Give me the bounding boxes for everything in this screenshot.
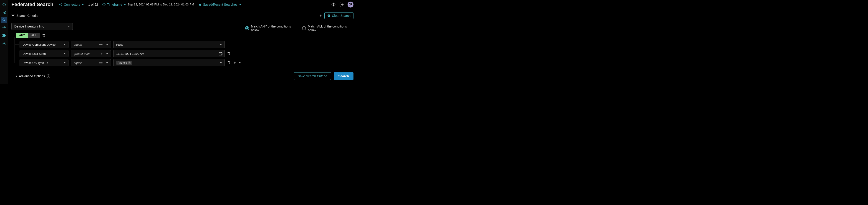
- clear-icon: [327, 14, 331, 17]
- caret-icon: [106, 62, 108, 63]
- criteria-header: Search Criteria ✦ Clear Search: [11, 12, 353, 19]
- condition-row: Device.Compliant Device equals == False: [20, 41, 241, 48]
- info-icon[interactable]: i: [46, 74, 50, 78]
- sidebar-plugin-icon[interactable]: [1, 32, 7, 39]
- share-icon: [59, 3, 63, 6]
- condition-field-dropdown[interactable]: Device.Last Seen: [20, 50, 68, 57]
- avatar[interactable]: JR: [347, 2, 353, 7]
- calendar-icon[interactable]: [219, 52, 223, 56]
- data-source-value: Device Inventory Info: [14, 25, 44, 28]
- caret-icon: [106, 53, 108, 54]
- condition-field-value: Device.Last Seen: [23, 52, 46, 56]
- match-mode-group: Match ANY of the conditions below Match …: [245, 23, 353, 32]
- svg-point-1: [4, 13, 5, 14]
- caret-icon: [68, 26, 70, 27]
- condition-field-dropdown[interactable]: Device.OS.Type ID: [20, 59, 68, 66]
- condition-field-dropdown[interactable]: Device.Compliant Device: [20, 41, 68, 48]
- sidebar-logo-icon[interactable]: [1, 1, 7, 8]
- svg-rect-16: [219, 53, 222, 55]
- condition-field-value: Device.Compliant Device: [23, 43, 56, 46]
- criteria-section-label: Search Criteria: [17, 14, 37, 18]
- operator-label: equals: [74, 43, 82, 46]
- condition-value-date[interactable]: [113, 50, 225, 57]
- condition-operator-dropdown[interactable]: equals ==: [71, 41, 111, 48]
- delete-condition-icon[interactable]: [227, 61, 231, 65]
- radio-icon: [302, 26, 306, 30]
- svg-point-0: [3, 3, 5, 6]
- advanced-options-toggle[interactable]: Advanced Options i: [16, 74, 50, 78]
- operator-label: equals: [74, 61, 82, 65]
- topbar-right: JR: [331, 2, 353, 7]
- chevron-right-icon: [16, 75, 17, 77]
- clear-search-label: Clear Search: [332, 14, 350, 18]
- add-condition-icon[interactable]: [233, 61, 237, 65]
- condition-field-value: Device.OS.Type ID: [23, 61, 48, 65]
- advanced-options-label: Advanced Options: [19, 74, 45, 78]
- timeframe-label: Timeframe: [107, 3, 122, 6]
- condition-row: Device.OS.Type ID equals == Android: [20, 59, 241, 66]
- svg-rect-17: [221, 54, 222, 55]
- caret-icon: [220, 62, 222, 63]
- clear-search-button[interactable]: Clear Search: [324, 12, 353, 19]
- condition-date-input[interactable]: [116, 52, 217, 56]
- delete-condition-icon[interactable]: [227, 52, 231, 56]
- logout-icon[interactable]: [339, 2, 344, 7]
- caret-icon: [64, 53, 65, 54]
- sidebar-search-icon[interactable]: [1, 17, 7, 23]
- delete-group-icon[interactable]: [42, 34, 46, 37]
- condition-operator-dropdown[interactable]: greater than >: [71, 50, 111, 57]
- caret-icon: [106, 44, 108, 45]
- sparkle-icon[interactable]: ✦: [319, 14, 322, 18]
- saved-searches-label: Saved/Recent Searches: [203, 3, 238, 6]
- connectors-label: Connectors: [64, 3, 80, 6]
- svg-point-8: [3, 43, 5, 44]
- content: Search Criteria ✦ Clear Search Device In…: [8, 9, 356, 84]
- match-all-label: Match ALL of the conditions below: [308, 25, 353, 32]
- operator-label: greater than: [74, 52, 90, 56]
- chip-remove-icon[interactable]: ✕: [128, 61, 131, 64]
- condition-value-chip-dropdown[interactable]: Android ✕: [113, 59, 225, 66]
- chevron-down-icon: [11, 14, 14, 17]
- svg-point-11: [61, 5, 62, 6]
- page-title: Federated Search: [11, 2, 54, 7]
- criteria-collapse-toggle[interactable]: Search Criteria: [11, 14, 37, 18]
- connectors-dropdown[interactable]: Connectors: [59, 3, 84, 6]
- condition-row: Device.Last Seen greater than >: [20, 50, 241, 57]
- search-button[interactable]: Search: [334, 72, 353, 80]
- radio-icon: [245, 26, 249, 30]
- timeframe-range: Sep 12, 2024 02:03 PM to Dec 11, 2024 01…: [128, 3, 194, 6]
- svg-point-10: [59, 4, 60, 5]
- star-icon: [198, 3, 202, 6]
- any-all-toggle[interactable]: ANY ALL: [16, 33, 40, 38]
- any-pill[interactable]: ANY: [16, 33, 28, 38]
- operator-symbol: >: [101, 52, 102, 56]
- match-any-label: Match ANY of the conditions below: [251, 25, 298, 32]
- sidebar-analytics-icon[interactable]: [1, 9, 7, 15]
- chevron-down-icon: [82, 3, 84, 6]
- operator-symbol: ==: [99, 61, 102, 65]
- condition-value: False: [116, 43, 124, 46]
- data-source-dropdown[interactable]: Device Inventory Info: [11, 23, 73, 30]
- match-any-radio[interactable]: Match ANY of the conditions below: [245, 25, 298, 32]
- saved-searches-dropdown[interactable]: Saved/Recent Searches: [198, 3, 242, 6]
- condition-operator-dropdown[interactable]: equals ==: [71, 59, 111, 66]
- condition-value-dropdown[interactable]: False: [113, 41, 225, 48]
- svg-point-2: [3, 19, 5, 21]
- all-pill[interactable]: ALL: [28, 33, 39, 38]
- chip-label: Android: [118, 61, 127, 64]
- caret-icon: [220, 44, 222, 45]
- sidebar-settings-icon[interactable]: [1, 40, 7, 46]
- sidebar: [0, 0, 8, 84]
- match-all-radio[interactable]: Match ALL of the conditions below: [302, 25, 353, 32]
- chevron-down-icon: [124, 3, 126, 6]
- add-dropdown-caret-icon[interactable]: [239, 62, 241, 63]
- help-icon[interactable]: [331, 2, 336, 7]
- value-chip: Android ✕: [116, 61, 132, 65]
- save-search-criteria-button[interactable]: Save Search Criteria: [294, 72, 331, 80]
- sidebar-network-icon[interactable]: [1, 25, 7, 31]
- timeframe-dropdown[interactable]: Timeframe Sep 12, 2024 02:03 PM to Dec 1…: [102, 3, 194, 6]
- caret-icon: [64, 62, 65, 63]
- connectors-count: 1 of 52: [88, 3, 98, 6]
- svg-point-9: [61, 3, 62, 4]
- main: Federated Search Connectors 1 of 52 Time…: [8, 0, 356, 84]
